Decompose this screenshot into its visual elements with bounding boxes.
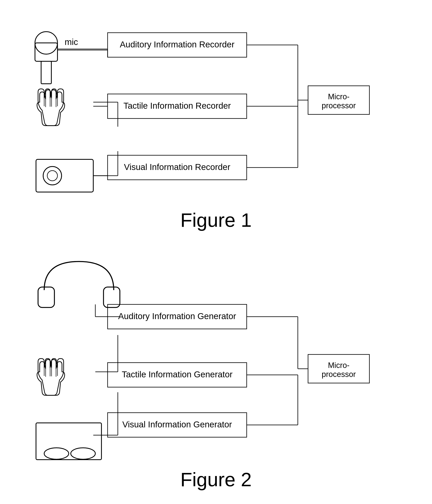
svg-rect-1 [35, 43, 57, 61]
figure2-title: Figure 2 [180, 469, 252, 490]
visual-recorder-label: Visual Information Recorder [124, 162, 230, 172]
svg-text:processor: processor [322, 370, 356, 378]
svg-text:mic: mic [65, 37, 78, 47]
tactile-generator-label: Tactile Information Generator [122, 369, 233, 379]
svg-rect-31 [38, 287, 54, 307]
figure1-svg: mic [22, 12, 410, 247]
figure1-title: Figure 1 [180, 209, 252, 231]
camera-icon [36, 151, 118, 192]
svg-point-45 [71, 448, 95, 459]
svg-point-16 [47, 171, 57, 181]
figure2-container: Auditory Information Generator Tactile I… [22, 251, 410, 501]
glasses-display-icon [36, 392, 118, 460]
svg-rect-14 [36, 159, 93, 192]
microprocessor2-label: Micro- [328, 361, 349, 369]
visual-generator-label: Visual Information Generator [122, 420, 232, 429]
svg-rect-2 [41, 61, 51, 84]
page-container: mic [0, 0, 432, 504]
figure2-svg: Auditory Information Generator Tactile I… [22, 251, 410, 501]
figure1-container: mic [22, 12, 410, 247]
microprocessor1-label: Micro- [328, 92, 349, 101]
svg-text:processor: processor [322, 101, 356, 110]
svg-point-44 [44, 448, 69, 459]
gloves-icon [37, 89, 118, 127]
svg-point-15 [43, 167, 62, 185]
gloves-icon-2 [37, 335, 118, 395]
mic-icon: mic [35, 32, 108, 84]
tactile-recorder-label: Tactile Information Recorder [123, 101, 231, 110]
auditory-recorder-label: Auditory Information Recorder [120, 40, 235, 49]
auditory-generator-label: Auditory Information Generator [118, 311, 236, 321]
